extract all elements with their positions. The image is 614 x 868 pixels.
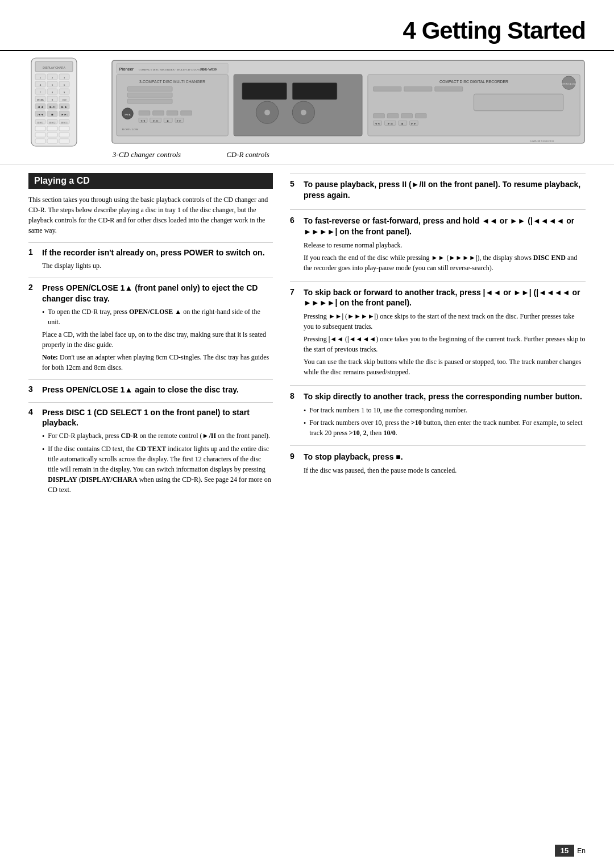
right-step-5-title: To pause playback, press II (►/II on the… bbox=[304, 179, 586, 201]
step-2: 2 Press OPEN/CLOSE 1▲ (front panel only)… bbox=[28, 278, 273, 379]
right-step-8-content: To skip directly to another track, press… bbox=[304, 391, 586, 440]
right-step-5-num: 5 bbox=[290, 179, 299, 188]
svg-text:►►: ►► bbox=[176, 119, 182, 122]
step-2-para: Place a CD, with the label face up, on t… bbox=[42, 329, 273, 350]
main-content: Playing a CD This section takes you thro… bbox=[0, 164, 614, 502]
caption-changer: 3-CD changer controls bbox=[113, 150, 181, 159]
svg-text:◄◄: ◄◄ bbox=[375, 122, 380, 125]
right-step-7-content: To skip back or forward to another track… bbox=[304, 287, 586, 380]
right-step-6-num: 6 bbox=[290, 216, 299, 225]
step-2-number: 2 bbox=[28, 283, 38, 292]
step-1-body: The display lights up. bbox=[42, 261, 273, 271]
image-wrapper: DISPLAY CHARA 1 2 3 4 5 6 7 8 9 bbox=[0, 51, 614, 164]
svg-rect-59 bbox=[117, 75, 228, 136]
svg-point-85 bbox=[301, 110, 306, 115]
right-step-6-body: Release to resume normal playback. If yo… bbox=[304, 240, 586, 273]
svg-rect-95 bbox=[387, 114, 399, 118]
device-image: Pioneer COMPACT DISC RECORDER · MULTI-CD… bbox=[111, 57, 586, 148]
svg-point-83 bbox=[264, 110, 270, 115]
svg-rect-46 bbox=[47, 126, 57, 131]
step-4-bullet-2-text: If the disc contains CD text, the CD TEX… bbox=[48, 444, 273, 495]
svg-rect-97 bbox=[415, 114, 426, 118]
image-captions: 3-CD changer controls CD-R controls bbox=[28, 150, 586, 164]
svg-text:■: ■ bbox=[167, 119, 169, 122]
step-1-text: The display lights up. bbox=[42, 261, 273, 271]
language-label: En bbox=[577, 847, 586, 855]
svg-rect-89 bbox=[404, 86, 432, 91]
step-4-title: Press DISC 1 (CD SELECT 1 on the front p… bbox=[42, 407, 273, 429]
left-column: Playing a CD This section takes you thro… bbox=[28, 164, 273, 502]
right-step-9-title: To stop playback, press ■. bbox=[304, 452, 586, 462]
svg-rect-93 bbox=[474, 94, 563, 110]
chapter-num: 4 bbox=[403, 17, 416, 44]
right-step-5: 5 To pause playback, press II (►/II on t… bbox=[290, 173, 586, 209]
svg-rect-53 bbox=[59, 139, 69, 143]
step-1-number: 1 bbox=[28, 247, 38, 257]
page-footer: 15 En bbox=[555, 845, 586, 857]
svg-text:DISC2: DISC2 bbox=[49, 121, 55, 124]
svg-text:■: ■ bbox=[401, 122, 403, 125]
svg-rect-66 bbox=[139, 111, 150, 115]
svg-text:PDR-W839: PDR-W839 bbox=[200, 68, 217, 71]
right-step-7: 7 To skip back or forward to another tra… bbox=[290, 281, 586, 386]
chapter-title-text: Getting Started bbox=[422, 17, 586, 44]
svg-rect-49 bbox=[47, 133, 57, 137]
step-4-bullet-2: • If the disc contains CD text, the CD T… bbox=[42, 444, 273, 495]
right-step-8-title: To skip directly to another track, press… bbox=[304, 391, 586, 402]
svg-text:PWR: PWR bbox=[125, 113, 131, 116]
svg-text:►/II: ►/II bbox=[49, 105, 56, 109]
right-step-9-para: If the disc was paused, then the pause m… bbox=[304, 465, 586, 476]
step-2-bullet-1-text: To open the CD-R tray, press OPEN/CLOSE … bbox=[48, 307, 273, 327]
svg-rect-63 bbox=[127, 99, 172, 104]
svg-text:DISPLAY CHARA: DISPLAY CHARA bbox=[43, 66, 65, 69]
svg-text:B OFF / LOW: B OFF / LOW bbox=[122, 128, 139, 131]
right-step-7-para1: Pressing ►►| (►►►►|) once skips to the s… bbox=[304, 311, 586, 332]
right-step-7-body: Pressing ►►| (►►►►|) once skips to the s… bbox=[304, 311, 586, 377]
bullet-icon-2: • bbox=[42, 431, 44, 441]
step-3-title: Press OPEN/CLOSE 1▲ again to close the d… bbox=[42, 385, 239, 395]
right-step-6-para1: Release to resume normal playback. bbox=[304, 240, 586, 250]
right-step-7-title: To skip back or forward to another track… bbox=[304, 287, 586, 309]
right-step-9-body: If the disc was paused, then the pause m… bbox=[304, 465, 586, 476]
svg-text:DISC1: DISC1 bbox=[37, 121, 43, 124]
svg-rect-45 bbox=[35, 126, 45, 131]
svg-text:►/II: ►/II bbox=[153, 119, 159, 122]
svg-rect-51 bbox=[35, 139, 45, 143]
svg-rect-47 bbox=[59, 126, 69, 131]
svg-rect-62 bbox=[127, 93, 172, 97]
right-step-8-bullet-2-text: For track numbers over 10, press the >10… bbox=[309, 418, 586, 438]
image-row: DISPLAY CHARA 1 2 3 4 5 6 7 8 9 bbox=[28, 57, 586, 148]
right-step-7-para2: Pressing |◄◄ (|◄◄◄◄) once takes you to t… bbox=[304, 334, 586, 354]
svg-rect-67 bbox=[153, 111, 164, 115]
bullet-icon-4: • bbox=[304, 406, 306, 416]
step-4-body: • For CD-R playback, press CD-R on the r… bbox=[42, 431, 273, 495]
svg-text:►►: ►► bbox=[61, 105, 68, 109]
svg-rect-90 bbox=[435, 86, 463, 91]
svg-text:◄◄: ◄◄ bbox=[140, 119, 146, 122]
right-step-8-bullet-1: • For track numbers 1 to 10, use the cor… bbox=[304, 405, 586, 416]
caption-cdr: CD-R controls bbox=[226, 150, 269, 159]
svg-rect-96 bbox=[401, 114, 413, 118]
bullet-icon-5: • bbox=[304, 418, 306, 438]
right-step-6-content: To fast-reverse or fast-forward, press a… bbox=[304, 216, 586, 275]
svg-text:DISC3: DISC3 bbox=[61, 121, 67, 124]
step-1-header: 1 If the recorder isn't already on, pres… bbox=[28, 247, 273, 258]
right-step-8-body: • For track numbers 1 to 10, use the cor… bbox=[304, 405, 586, 438]
page-container: 4 Getting Started DISPLAY CHARA 1 2 3 4 bbox=[0, 0, 614, 868]
step-4-header: 4 Press DISC 1 (CD SELECT 1 on the front… bbox=[28, 407, 273, 429]
step-2-body: • To open the CD-R tray, press OPEN/CLOS… bbox=[42, 307, 273, 373]
step-2-header: 2 Press OPEN/CLOSE 1▲ (front panel only)… bbox=[28, 283, 273, 304]
svg-rect-81 bbox=[292, 83, 337, 100]
right-step-8: 8 To skip directly to another track, pre… bbox=[290, 385, 586, 445]
right-step-9-num: 9 bbox=[290, 452, 299, 461]
svg-text:10/0: 10/0 bbox=[62, 98, 66, 101]
right-step-5-content: To pause playback, press II (►/II on the… bbox=[304, 179, 586, 204]
right-step-6-title: To fast-reverse or fast-forward, press a… bbox=[304, 216, 586, 237]
right-step-7-num: 7 bbox=[290, 287, 299, 296]
step-2-note: Note: Don't use an adapter when playing … bbox=[42, 352, 273, 373]
svg-rect-61 bbox=[127, 86, 172, 91]
right-step-6-para2: If you reach the end of the disc while p… bbox=[304, 253, 586, 273]
step-3-number: 3 bbox=[28, 385, 38, 394]
svg-text:|◄◄: |◄◄ bbox=[38, 113, 44, 116]
step-4-bullet-1-text: For CD-R playback, press CD-R on the rem… bbox=[48, 431, 270, 441]
